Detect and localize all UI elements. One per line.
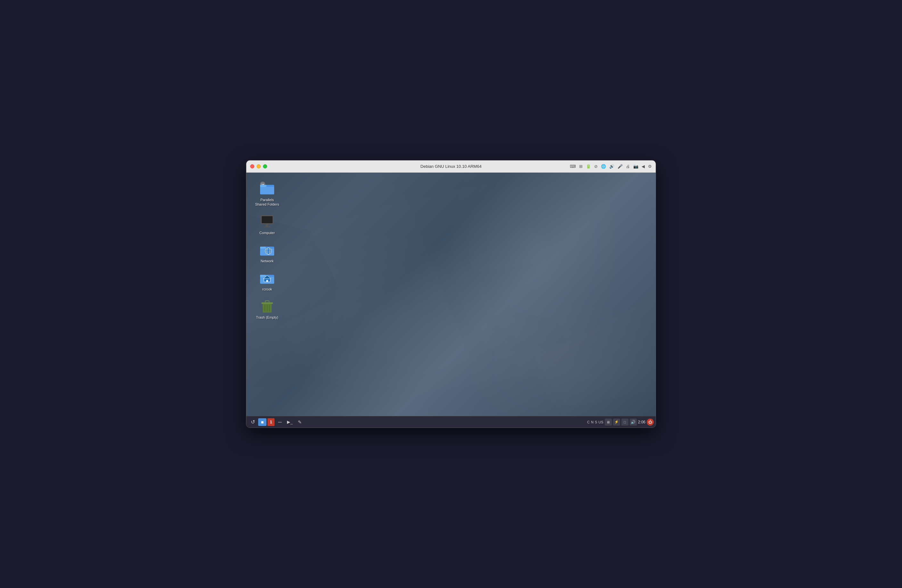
computer-label: Computer	[260, 231, 275, 235]
filemanager-icon: ✎	[298, 419, 302, 425]
svg-marker-36	[266, 280, 268, 282]
window-title: Debian GNU Linux 10.10 ARM64	[421, 164, 482, 169]
trash-label: Trash (Empty)	[256, 315, 278, 320]
display-icon[interactable]: ⊞	[579, 164, 583, 169]
taskbar-terminal-button[interactable]: ▶_	[285, 418, 294, 426]
power-icon: ⚡	[614, 420, 619, 424]
traffic-lights	[250, 164, 267, 169]
minimize-icon: ─	[278, 419, 282, 425]
volume-indicator[interactable]: 🔊	[630, 419, 637, 425]
cancel-icon[interactable]: ⊘	[594, 164, 598, 169]
keyboard-icon[interactable]: ⌨	[570, 164, 576, 169]
maximize-button[interactable]	[263, 164, 267, 169]
network-indicator[interactable]: 🖥	[605, 419, 612, 425]
taskbar: ↺ ■ 1 ─ ▶_ ✎ C N	[246, 416, 656, 427]
titlebar: Debian GNU Linux 10.10 ARM64 ⌨ ⊞ 🔋 ⊘ 🌐 🔊…	[246, 161, 656, 173]
main-window: Debian GNU Linux 10.10 ARM64 ⌨ ⊞ 🔋 ⊘ 🌐 🔊…	[246, 160, 656, 428]
titlebar-icons: ⌨ ⊞ 🔋 ⊘ 🌐 🔊 🎤 🖨 📷 ◀ ⚙	[570, 164, 652, 169]
minimize-button[interactable]	[257, 164, 261, 169]
parallels-folder-image: ↪	[260, 181, 275, 196]
svg-rect-22	[266, 224, 268, 227]
taskbar-right: C N S US 🖥 ⚡ □ 🔊 2:06 ⏻	[587, 419, 654, 425]
svg-rect-40	[265, 301, 269, 303]
network-folder-image	[260, 242, 275, 258]
parallels-shared-folders-icon[interactable]: ↪ Parallels Shared Folders	[253, 179, 282, 209]
kbd-indicator-us[interactable]: US	[598, 420, 603, 424]
shutdown-button[interactable]: ⏻	[647, 419, 654, 425]
microphone-icon[interactable]: 🎤	[617, 164, 623, 169]
computer-icon[interactable]: Computer	[253, 212, 282, 237]
svg-rect-25	[260, 247, 266, 249]
battery-icon[interactable]: 🔋	[586, 164, 591, 169]
volume-taskbar-icon: 🔊	[631, 420, 636, 424]
svg-rect-33	[260, 275, 266, 277]
taskbar-minimize-button[interactable]: ─	[276, 418, 285, 426]
kbd-indicator-n: N	[591, 420, 594, 424]
rcrook-label: rcrook	[262, 287, 272, 291]
trash-icon[interactable]: Trash (Empty)	[253, 297, 282, 322]
rcrook-icon[interactable]: rcrook	[253, 268, 282, 293]
network-label: Network	[261, 259, 274, 263]
terminal-icon: ▶_	[287, 419, 293, 424]
taskbar-workspace-1[interactable]: 1	[268, 418, 274, 426]
volume-icon[interactable]: 🔊	[609, 164, 614, 169]
camera-icon[interactable]: 📷	[633, 164, 638, 169]
taskbar-menu-button[interactable]: ↺	[248, 418, 257, 426]
svg-rect-19	[260, 185, 266, 187]
rcrook-folder-image	[260, 270, 275, 286]
svg-rect-23	[264, 227, 270, 227]
taskbar-clock[interactable]: 2:06	[638, 420, 645, 424]
taskbar-left: ↺ ■ 1 ─ ▶_ ✎	[248, 418, 304, 426]
svg-rect-21	[262, 216, 272, 223]
svg-marker-9	[246, 327, 310, 391]
taskbar-workspace-active[interactable]: ■	[258, 418, 266, 426]
svg-marker-11	[406, 375, 566, 416]
screen-share-icon[interactable]: ◀	[642, 164, 645, 169]
network-indicator-icon: 🖥	[606, 420, 610, 424]
printer-icon[interactable]: 🖨	[626, 164, 630, 169]
taskbar-filemanager-button[interactable]: ✎	[295, 418, 304, 426]
kbd-indicator-s: S	[595, 420, 597, 424]
system-indicator[interactable]: □	[622, 419, 628, 425]
svg-rect-18	[260, 187, 274, 194]
desktop[interactable]: ↪ Parallels Shared Folders	[246, 173, 656, 416]
system-icon: □	[624, 420, 626, 424]
globe-icon[interactable]: 🌐	[601, 164, 606, 169]
trash-image	[260, 299, 275, 314]
desktop-icons: ↪ Parallels Shared Folders	[253, 179, 282, 322]
shutdown-icon: ⏻	[648, 420, 652, 424]
menu-icon: ↺	[251, 419, 255, 425]
close-button[interactable]	[250, 164, 254, 169]
workspace-1-label: 1	[270, 420, 272, 424]
settings-icon[interactable]: ⚙	[648, 164, 652, 169]
parallels-shared-folders-label: Parallels Shared Folders	[255, 198, 280, 207]
workspace-active-icon: ■	[261, 419, 264, 425]
kbd-indicator-c: C	[587, 420, 590, 424]
power-indicator[interactable]: ⚡	[613, 419, 620, 425]
network-icon[interactable]: Network	[253, 240, 282, 265]
computer-image	[260, 214, 275, 229]
